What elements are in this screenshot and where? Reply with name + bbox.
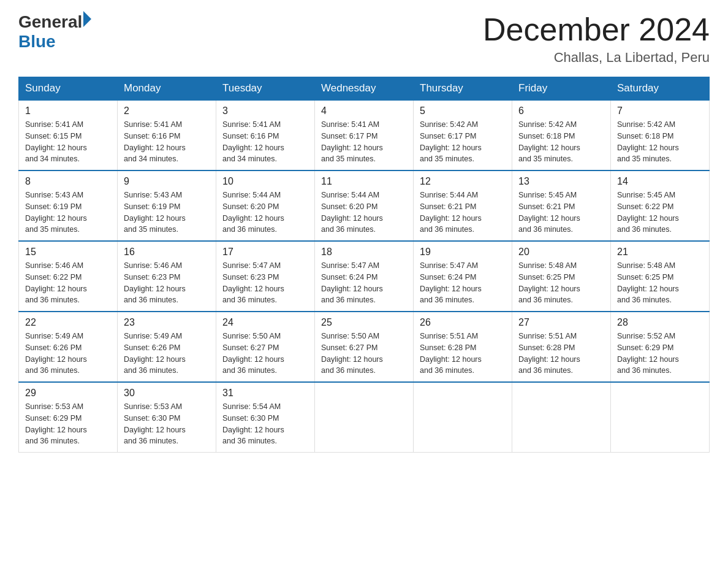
empty-day-cell	[414, 382, 512, 453]
day-number: 25	[321, 317, 407, 328]
day-info: Sunrise: 5:43 AMSunset: 6:19 PMDaylight:…	[25, 190, 111, 236]
day-number: 28	[617, 317, 703, 328]
calendar-day-cell: 6Sunrise: 5:42 AMSunset: 6:18 PMDaylight…	[512, 100, 611, 170]
logo-text-general: General	[18, 12, 82, 32]
day-number: 29	[25, 388, 111, 399]
day-info: Sunrise: 5:46 AMSunset: 6:23 PMDaylight:…	[124, 260, 210, 306]
day-info: Sunrise: 5:47 AMSunset: 6:24 PMDaylight:…	[420, 260, 506, 306]
day-info: Sunrise: 5:45 AMSunset: 6:21 PMDaylight:…	[518, 190, 604, 236]
day-info: Sunrise: 5:44 AMSunset: 6:20 PMDaylight:…	[222, 190, 308, 236]
day-number: 24	[222, 317, 308, 328]
day-info: Sunrise: 5:50 AMSunset: 6:27 PMDaylight:…	[222, 331, 308, 377]
calendar-week-row: 29Sunrise: 5:53 AMSunset: 6:29 PMDayligh…	[19, 382, 710, 453]
calendar-day-cell: 5Sunrise: 5:42 AMSunset: 6:17 PMDaylight…	[414, 100, 512, 170]
day-number: 6	[518, 105, 604, 117]
day-number: 21	[617, 247, 703, 258]
calendar-subtitle: Challas, La Libertad, Peru	[483, 50, 710, 66]
calendar-day-cell: 29Sunrise: 5:53 AMSunset: 6:29 PMDayligh…	[19, 382, 118, 453]
logo: General Blue	[18, 12, 91, 52]
day-number: 23	[124, 317, 210, 328]
day-number: 12	[420, 176, 506, 187]
day-number: 15	[25, 247, 111, 258]
day-number: 22	[25, 317, 111, 328]
calendar-day-cell: 18Sunrise: 5:47 AMSunset: 6:24 PMDayligh…	[315, 241, 414, 312]
day-number: 1	[25, 105, 111, 117]
day-number: 13	[518, 176, 604, 187]
day-info: Sunrise: 5:42 AMSunset: 6:18 PMDaylight:…	[518, 119, 604, 165]
calendar-day-cell: 28Sunrise: 5:52 AMSunset: 6:29 PMDayligh…	[611, 312, 710, 382]
day-info: Sunrise: 5:44 AMSunset: 6:20 PMDaylight:…	[321, 190, 407, 236]
calendar-day-cell: 7Sunrise: 5:42 AMSunset: 6:18 PMDaylight…	[611, 100, 710, 170]
calendar-day-cell: 10Sunrise: 5:44 AMSunset: 6:20 PMDayligh…	[216, 170, 315, 241]
day-info: Sunrise: 5:41 AMSunset: 6:17 PMDaylight:…	[321, 119, 407, 165]
weekday-header-row: SundayMondayTuesdayWednesdayThursdayFrid…	[19, 77, 710, 101]
calendar-day-cell: 15Sunrise: 5:46 AMSunset: 6:22 PMDayligh…	[19, 241, 118, 312]
day-number: 20	[518, 247, 604, 258]
day-info: Sunrise: 5:51 AMSunset: 6:28 PMDaylight:…	[518, 331, 604, 377]
calendar-day-cell: 19Sunrise: 5:47 AMSunset: 6:24 PMDayligh…	[414, 241, 512, 312]
day-number: 4	[321, 105, 407, 117]
calendar-day-cell: 3Sunrise: 5:41 AMSunset: 6:16 PMDaylight…	[216, 100, 315, 170]
day-number: 27	[518, 317, 604, 328]
empty-day-cell	[512, 382, 611, 453]
day-info: Sunrise: 5:53 AMSunset: 6:29 PMDaylight:…	[25, 401, 111, 447]
calendar-table: SundayMondayTuesdayWednesdayThursdayFrid…	[18, 77, 710, 453]
day-info: Sunrise: 5:42 AMSunset: 6:17 PMDaylight:…	[420, 119, 506, 165]
day-info: Sunrise: 5:45 AMSunset: 6:22 PMDaylight:…	[617, 190, 703, 236]
day-number: 30	[124, 388, 210, 399]
day-number: 18	[321, 247, 407, 258]
calendar-day-cell: 31Sunrise: 5:54 AMSunset: 6:30 PMDayligh…	[216, 382, 315, 453]
calendar-day-cell: 14Sunrise: 5:45 AMSunset: 6:22 PMDayligh…	[611, 170, 710, 241]
day-info: Sunrise: 5:42 AMSunset: 6:18 PMDaylight:…	[617, 119, 703, 165]
day-info: Sunrise: 5:54 AMSunset: 6:30 PMDaylight:…	[222, 401, 308, 447]
weekday-header-monday: Monday	[118, 77, 216, 101]
day-info: Sunrise: 5:41 AMSunset: 6:15 PMDaylight:…	[25, 119, 111, 165]
calendar-day-cell: 30Sunrise: 5:53 AMSunset: 6:30 PMDayligh…	[118, 382, 216, 453]
day-number: 2	[124, 105, 210, 117]
calendar-day-cell: 25Sunrise: 5:50 AMSunset: 6:27 PMDayligh…	[315, 312, 414, 382]
calendar-day-cell: 12Sunrise: 5:44 AMSunset: 6:21 PMDayligh…	[414, 170, 512, 241]
day-number: 26	[420, 317, 506, 328]
calendar-day-cell: 24Sunrise: 5:50 AMSunset: 6:27 PMDayligh…	[216, 312, 315, 382]
day-info: Sunrise: 5:41 AMSunset: 6:16 PMDaylight:…	[124, 119, 210, 165]
calendar-day-cell: 23Sunrise: 5:49 AMSunset: 6:26 PMDayligh…	[118, 312, 216, 382]
day-number: 5	[420, 105, 506, 117]
weekday-header-tuesday: Tuesday	[216, 77, 315, 101]
calendar-day-cell: 4Sunrise: 5:41 AMSunset: 6:17 PMDaylight…	[315, 100, 414, 170]
day-info: Sunrise: 5:52 AMSunset: 6:29 PMDaylight:…	[617, 331, 703, 377]
calendar-day-cell: 9Sunrise: 5:43 AMSunset: 6:19 PMDaylight…	[118, 170, 216, 241]
day-info: Sunrise: 5:51 AMSunset: 6:28 PMDaylight:…	[420, 331, 506, 377]
weekday-header-wednesday: Wednesday	[315, 77, 414, 101]
calendar-day-cell: 20Sunrise: 5:48 AMSunset: 6:25 PMDayligh…	[512, 241, 611, 312]
calendar-day-cell: 16Sunrise: 5:46 AMSunset: 6:23 PMDayligh…	[118, 241, 216, 312]
calendar-week-row: 8Sunrise: 5:43 AMSunset: 6:19 PMDaylight…	[19, 170, 710, 241]
calendar-day-cell: 2Sunrise: 5:41 AMSunset: 6:16 PMDaylight…	[118, 100, 216, 170]
empty-day-cell	[611, 382, 710, 453]
calendar-week-row: 1Sunrise: 5:41 AMSunset: 6:15 PMDaylight…	[19, 100, 710, 170]
day-info: Sunrise: 5:43 AMSunset: 6:19 PMDaylight:…	[124, 190, 210, 236]
day-number: 9	[124, 176, 210, 187]
day-info: Sunrise: 5:47 AMSunset: 6:24 PMDaylight:…	[321, 260, 407, 306]
day-info: Sunrise: 5:50 AMSunset: 6:27 PMDaylight:…	[321, 331, 407, 377]
day-number: 8	[25, 176, 111, 187]
calendar-day-cell: 22Sunrise: 5:49 AMSunset: 6:26 PMDayligh…	[19, 312, 118, 382]
day-number: 16	[124, 247, 210, 258]
day-info: Sunrise: 5:48 AMSunset: 6:25 PMDaylight:…	[518, 260, 604, 306]
day-number: 17	[222, 247, 308, 258]
day-info: Sunrise: 5:46 AMSunset: 6:22 PMDaylight:…	[25, 260, 111, 306]
day-info: Sunrise: 5:48 AMSunset: 6:25 PMDaylight:…	[617, 260, 703, 306]
calendar-day-cell: 21Sunrise: 5:48 AMSunset: 6:25 PMDayligh…	[611, 241, 710, 312]
calendar-day-cell: 8Sunrise: 5:43 AMSunset: 6:19 PMDaylight…	[19, 170, 118, 241]
day-info: Sunrise: 5:44 AMSunset: 6:21 PMDaylight:…	[420, 190, 506, 236]
day-info: Sunrise: 5:49 AMSunset: 6:26 PMDaylight:…	[124, 331, 210, 377]
calendar-day-cell: 11Sunrise: 5:44 AMSunset: 6:20 PMDayligh…	[315, 170, 414, 241]
calendar-title: December 2024	[483, 12, 710, 47]
day-info: Sunrise: 5:47 AMSunset: 6:23 PMDaylight:…	[222, 260, 308, 306]
logo-text-blue: Blue	[18, 32, 91, 52]
day-number: 14	[617, 176, 703, 187]
day-info: Sunrise: 5:53 AMSunset: 6:30 PMDaylight:…	[124, 401, 210, 447]
calendar-week-row: 22Sunrise: 5:49 AMSunset: 6:26 PMDayligh…	[19, 312, 710, 382]
day-number: 31	[222, 388, 308, 399]
day-number: 7	[617, 105, 703, 117]
calendar-day-cell: 27Sunrise: 5:51 AMSunset: 6:28 PMDayligh…	[512, 312, 611, 382]
